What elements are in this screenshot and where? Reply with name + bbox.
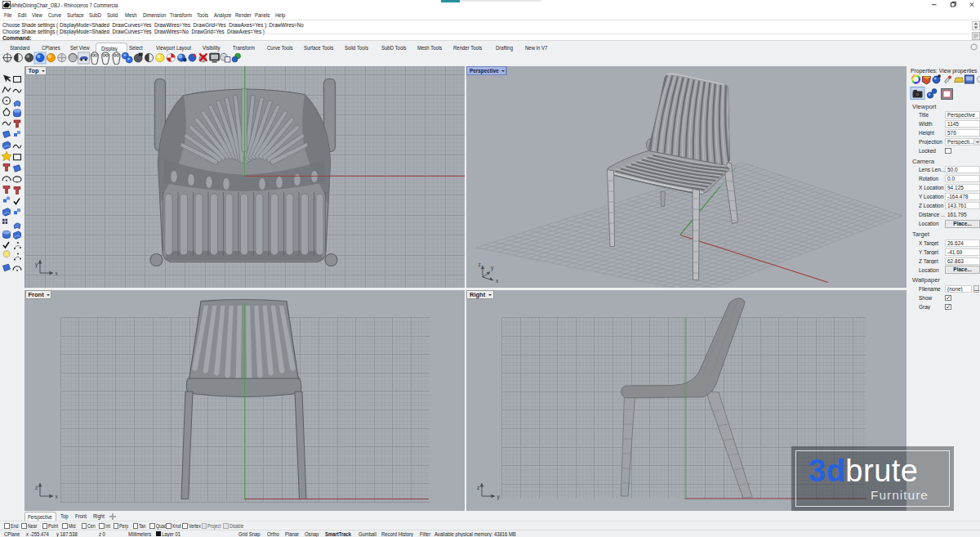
svg-text:z: z: [35, 485, 38, 490]
svg-text:x: x: [496, 278, 499, 284]
svg-text:y: y: [497, 494, 500, 500]
svg-text:x: x: [56, 271, 59, 276]
svg-text:y: y: [35, 262, 38, 268]
svg-text:x: x: [56, 494, 59, 499]
svg-text:y: y: [491, 265, 494, 271]
svg-text:z: z: [477, 485, 479, 490]
svg-text:z: z: [478, 262, 480, 267]
